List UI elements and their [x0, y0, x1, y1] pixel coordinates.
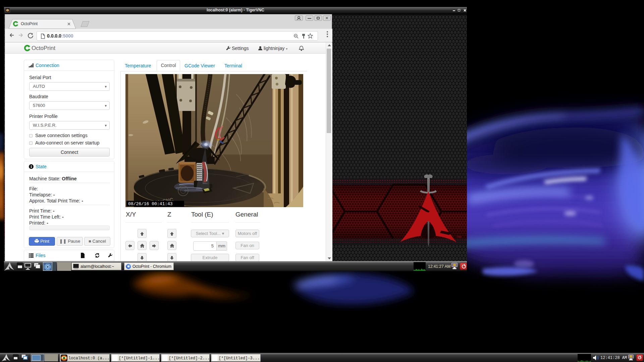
svg-text:08/26/16 00:41:43: 08/26/16 00:41:43 [128, 201, 173, 206]
svg-text:TM: TM [457, 235, 461, 239]
